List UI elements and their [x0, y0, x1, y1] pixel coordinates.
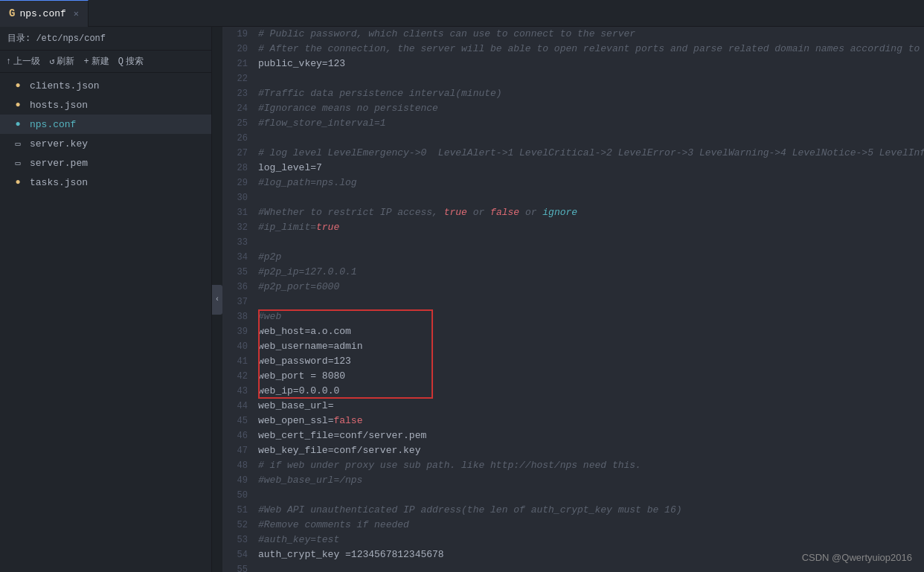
toolbar-new-button[interactable]: + 新建 — [83, 55, 109, 68]
code-line: web_host=a.o.com — [258, 324, 924, 339]
code-line: #web — [258, 309, 924, 324]
code-line: web_base_url= — [258, 399, 924, 414]
code-line: #log_path=nps.log — [258, 176, 924, 190]
code-line: web_port = 8080 — [258, 369, 924, 384]
refresh-label: 刷新 — [57, 55, 74, 68]
code-line: #p2p_ip=127.0.0.1 — [258, 265, 924, 280]
file-item-clients-json[interactable]: ● clients.json — [0, 76, 211, 95]
code-line — [258, 235, 924, 250]
file-item-nps-conf[interactable]: ● nps.conf — [0, 115, 211, 134]
code-line — [258, 131, 924, 146]
file-item-server-pem[interactable]: ▭ server.pem — [0, 153, 211, 173]
json-icon: ● — [12, 176, 24, 188]
up-arrow-icon: ↑ — [6, 57, 11, 67]
tab-close-button[interactable]: ✕ — [74, 8, 79, 19]
code-line: #flow_store_interval=1 — [258, 116, 924, 131]
code-line: web_open_ssl=false — [258, 414, 924, 428]
code-line: #Traffic data persistence interval(minut… — [258, 86, 924, 101]
code-line: #web_base_url=/nps — [258, 473, 924, 488]
file-name: nps.conf — [30, 119, 76, 130]
search-icon: Q — [118, 57, 123, 67]
code-line: web_password=123 — [258, 354, 924, 369]
file-item-hosts-json[interactable]: ● hosts.json — [0, 95, 211, 115]
code-line: #p2p — [258, 250, 924, 265]
watermark: CSDN @Qwertyuiop2016 — [802, 552, 912, 563]
code-line: #ip_limit=true — [258, 220, 924, 235]
sidebar-title: 目录: /etc/nps/conf — [7, 32, 106, 45]
plus-icon: + — [83, 57, 89, 67]
code-line: web_cert_file=conf/server.pem — [258, 428, 924, 443]
code-line: # After the connection, the server will … — [258, 42, 924, 57]
pem-icon: ▭ — [12, 157, 24, 169]
sidebar: 目录: /etc/nps/conf ↑ 上一级 ↺ 刷新 + 新建 Q 搜索 ● — [0, 27, 212, 572]
tab-label: nps.conf — [19, 8, 65, 19]
editor-area[interactable]: 1920212223242526272829303132333435363738… — [222, 27, 924, 572]
editor-content: 1920212223242526272829303132333435363738… — [222, 27, 924, 572]
toolbar-search-button[interactable]: Q 搜索 — [118, 55, 144, 68]
code-lines[interactable]: # Public password, which clients can use… — [254, 27, 924, 572]
code-line: #Ignorance means no persistence — [258, 101, 924, 116]
search-label: 搜索 — [126, 55, 144, 68]
sidebar-files: ● clients.json ● hosts.json ● nps.conf ▭… — [0, 73, 211, 572]
conf-icon: ● — [12, 118, 24, 130]
line-numbers: 1920212223242526272829303132333435363738… — [222, 27, 254, 572]
code-line: public_vkey=123 — [258, 57, 924, 71]
code-line — [258, 295, 924, 309]
file-name: server.pem — [30, 158, 88, 169]
sidebar-toolbar: ↑ 上一级 ↺ 刷新 + 新建 Q 搜索 — [0, 51, 211, 73]
main-layout: 目录: /etc/nps/conf ↑ 上一级 ↺ 刷新 + 新建 Q 搜索 ● — [0, 27, 924, 572]
sidebar-header: 目录: /etc/nps/conf — [0, 27, 211, 51]
file-item-server-key[interactable]: ▭ server.key — [0, 134, 211, 153]
up-label: 上一级 — [13, 55, 40, 68]
toolbar-refresh-button[interactable]: ↺ 刷新 — [49, 55, 74, 68]
code-line: web_ip=0.0.0.0 — [258, 384, 924, 399]
code-line: # Public password, which clients can use… — [258, 27, 924, 42]
code-line: web_key_file=conf/server.key — [258, 443, 924, 458]
file-name: hosts.json — [30, 100, 88, 111]
code-line: #p2p_port=6000 — [258, 280, 924, 295]
chevron-left-icon: ‹ — [215, 295, 219, 303]
code-line: #Remove comments if needed — [258, 518, 924, 533]
file-item-tasks-json[interactable]: ● tasks.json — [0, 173, 211, 192]
code-line: log_level=7 — [258, 161, 924, 176]
code-line: #auth_key=test — [258, 533, 924, 547]
key-icon: ▭ — [12, 138, 24, 150]
toolbar-up-button[interactable]: ↑ 上一级 — [6, 55, 40, 68]
code-line — [258, 190, 924, 205]
code-line: # if web under proxy use sub path. like … — [258, 458, 924, 473]
code-line: # log level LevelEmergency->0 LevelAlert… — [258, 146, 924, 161]
new-label: 新建 — [92, 55, 109, 68]
json-icon: ● — [12, 80, 24, 91]
code-line — [258, 562, 924, 572]
code-line — [258, 488, 924, 503]
code-line: #Web API unauthenticated IP address(the … — [258, 503, 924, 518]
json-icon: ● — [12, 99, 24, 111]
file-name: tasks.json — [30, 177, 88, 188]
tab-icon: G — [9, 7, 15, 19]
refresh-icon: ↺ — [49, 56, 54, 67]
file-name: server.key — [30, 138, 88, 150]
collapse-sidebar-button[interactable]: ‹ — [212, 285, 222, 315]
tab-bar: G nps.conf ✕ — [0, 0, 924, 27]
file-name: clients.json — [30, 80, 100, 91]
code-line — [258, 71, 924, 86]
tab-nps-conf[interactable]: G nps.conf ✕ — [0, 0, 89, 27]
code-line: #Whether to restrict IP access, true or … — [258, 205, 924, 220]
code-line: web_username=admin — [258, 339, 924, 354]
